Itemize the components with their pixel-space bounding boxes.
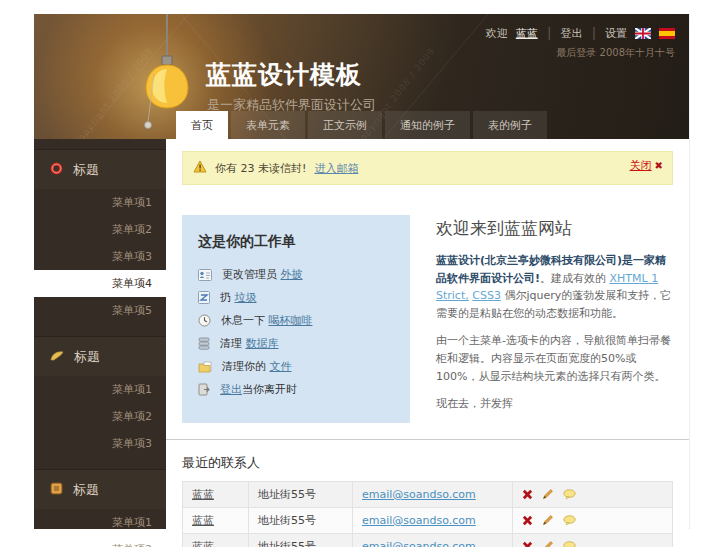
- warning-icon: [193, 160, 207, 176]
- header: Copyright 2008 / 2009 Copyright 2008 / 2…: [34, 14, 689, 139]
- edit-icon[interactable]: [542, 488, 554, 500]
- contact-address: 地址街55号: [258, 488, 316, 501]
- delete-icon[interactable]: [522, 489, 533, 500]
- welcome-title: 欢迎来到蓝蓝网站: [436, 217, 673, 240]
- fan-icon: [50, 350, 64, 365]
- sidebar-item-menu1[interactable]: 菜单项1: [34, 376, 166, 403]
- welcome-section: 欢迎来到蓝蓝网站 蓝蓝设计(北京兰亭妙微科技有限公司)是一家精品软件界面设计公司…: [410, 215, 673, 423]
- sidebar-item-menu2[interactable]: 菜单项2: [34, 536, 166, 547]
- logout-icon: [198, 383, 210, 396]
- contact-email-link[interactable]: email@soandso.com: [362, 488, 476, 501]
- table-row: 蓝蓝 地址街55号 email@soandso.com: [183, 533, 673, 547]
- site-title: 蓝蓝设计模板: [206, 58, 362, 91]
- close-icon[interactable]: ✖: [655, 160, 663, 171]
- last-login-text: 最后登录 2008年十月十号: [556, 46, 675, 60]
- todo-text: 休息一下 喝杯咖啡: [221, 313, 313, 328]
- logout-link[interactable]: 登出: [560, 26, 582, 41]
- todo-box: 这是你的工作单 更改管理员 外披 扔 垃圾: [182, 215, 410, 423]
- comment-icon[interactable]: [563, 515, 576, 526]
- todo-link[interactable]: 外披: [281, 268, 303, 281]
- todo-text: 登出当你离开时: [220, 382, 297, 397]
- contact-address: 地址街55号: [258, 514, 316, 527]
- table-row: 蓝蓝 地址街55号 email@soandso.com: [183, 481, 673, 507]
- sidebar-section-title: 标题: [34, 149, 166, 189]
- sidebar-item-menu2[interactable]: 菜单项2: [34, 403, 166, 430]
- edit-icon[interactable]: [542, 514, 554, 526]
- section-title-label: 标题: [73, 161, 99, 179]
- todo-item: 更改管理员 外披: [198, 263, 394, 286]
- spain-flag-icon[interactable]: [659, 28, 675, 39]
- section-title-label: 标题: [74, 348, 100, 366]
- sidebar-item-menu1[interactable]: 菜单项1: [34, 189, 166, 216]
- todo-link[interactable]: 文件: [270, 360, 292, 373]
- todo-item: 清理 数据库: [198, 332, 394, 355]
- todo-text: 清理你的 文件: [222, 359, 292, 374]
- todo-item: 清理你的 文件: [198, 355, 394, 378]
- contact-name-link[interactable]: 蓝蓝: [192, 540, 214, 547]
- todo-link[interactable]: 登出: [220, 383, 242, 396]
- sidebar-section-title: 标题: [34, 336, 166, 376]
- note-icon: [198, 291, 210, 304]
- sidebar-item-menu4-active[interactable]: 菜单项4: [34, 270, 166, 297]
- ring-icon: [50, 162, 63, 178]
- table-row: 蓝蓝 地址街55号 email@soandso.com: [183, 507, 673, 533]
- delete-icon[interactable]: [522, 541, 533, 547]
- todo-text: 更改管理员 外披: [222, 267, 303, 282]
- contact-name-link[interactable]: 蓝蓝: [192, 514, 214, 527]
- folder-icon: [198, 361, 212, 373]
- tab-form-elements[interactable]: 表单元素: [231, 111, 305, 139]
- box-icon: [50, 482, 63, 498]
- delete-icon[interactable]: [522, 515, 533, 526]
- sidebar-item-menu5[interactable]: 菜单项5: [34, 297, 166, 324]
- contacts-title: 最近的联系人: [182, 454, 673, 472]
- sidebar: 标题 菜单项1 菜单项2 菜单项3 菜单项4 菜单项5 标题 菜单项1 菜单项2…: [34, 139, 166, 529]
- unread-mail-alert: 你有 23 未读信封! 进入邮箱 关闭 ✖: [182, 151, 673, 185]
- clock-icon: [198, 314, 211, 327]
- todo-text: 清理 数据库: [220, 336, 279, 351]
- todo-link[interactable]: 垃圾: [235, 291, 257, 304]
- css3-link[interactable]: CSS3: [472, 289, 501, 302]
- sidebar-section-title: 标题: [34, 469, 166, 509]
- todo-item: 登出当你离开时: [198, 378, 394, 401]
- todo-link[interactable]: 喝杯咖啡: [269, 314, 313, 327]
- user-strip: 欢迎 蓝蓝 │ 登出 │ 设置: [486, 26, 675, 41]
- username-link[interactable]: 蓝蓝: [516, 26, 538, 41]
- separator: │: [546, 27, 553, 40]
- tab-home[interactable]: 首页: [176, 111, 228, 139]
- tab-notification-examples[interactable]: 通知的例子: [385, 111, 470, 139]
- sidebar-item-menu2[interactable]: 菜单项2: [34, 216, 166, 243]
- todo-text: 扔 垃圾: [220, 290, 257, 305]
- welcome-paragraph-2: 由一个主菜单-选项卡的内容，导航很简单扫帚餐柜和逻辑。内容显示在页面宽度的50%…: [436, 332, 673, 385]
- todo-link[interactable]: 数据库: [246, 337, 279, 350]
- welcome-paragraph-1: 蓝蓝设计(北京兰亭妙微科技有限公司)是一家精品软件界面设计公司!。建成有效的 X…: [436, 252, 673, 322]
- contact-address: 地址街55号: [258, 540, 316, 547]
- settings-link[interactable]: 设置: [605, 26, 627, 41]
- tab-table-examples[interactable]: 表的例子: [473, 111, 547, 139]
- edit-icon[interactable]: [542, 540, 554, 547]
- separator: │: [590, 27, 597, 40]
- alert-message: 你有 23 未读信封!: [215, 161, 306, 176]
- todo-item: 扔 垃圾: [198, 286, 394, 309]
- goto-mailbox-link[interactable]: 进入邮箱: [314, 161, 358, 176]
- comment-icon[interactable]: [563, 489, 576, 500]
- sidebar-item-menu3[interactable]: 菜单项3: [34, 430, 166, 457]
- tab-text-example[interactable]: 正文示例: [308, 111, 382, 139]
- section-divider: [166, 439, 689, 440]
- uk-flag-icon[interactable]: [635, 28, 651, 39]
- todo-title: 这是你的工作单: [198, 233, 394, 251]
- welcome-paragraph-3: 现在去，并发挥: [436, 395, 673, 413]
- page-container: Copyright 2008 / 2009 Copyright 2008 / 2…: [34, 14, 690, 529]
- comment-icon[interactable]: [563, 541, 576, 547]
- close-label[interactable]: 关闭: [630, 158, 652, 173]
- contact-name-link[interactable]: 蓝蓝: [192, 488, 214, 501]
- sidebar-item-menu1[interactable]: 菜单项1: [34, 509, 166, 536]
- welcome-label: 欢迎: [486, 26, 508, 41]
- database-icon: [198, 337, 210, 350]
- contact-email-link[interactable]: email@soandso.com: [362, 540, 476, 547]
- sidebar-item-menu3[interactable]: 菜单项3: [34, 243, 166, 270]
- alert-close-button[interactable]: 关闭 ✖: [630, 158, 663, 173]
- contacts-table: 蓝蓝 地址街55号 email@soandso.com 蓝蓝 地址街55号 em…: [182, 481, 673, 547]
- tab-bar: 首页 表单元素 正文示例 通知的例子 表的例子: [176, 111, 547, 139]
- contact-email-link[interactable]: email@soandso.com: [362, 514, 476, 527]
- admin-card-icon: [198, 269, 212, 281]
